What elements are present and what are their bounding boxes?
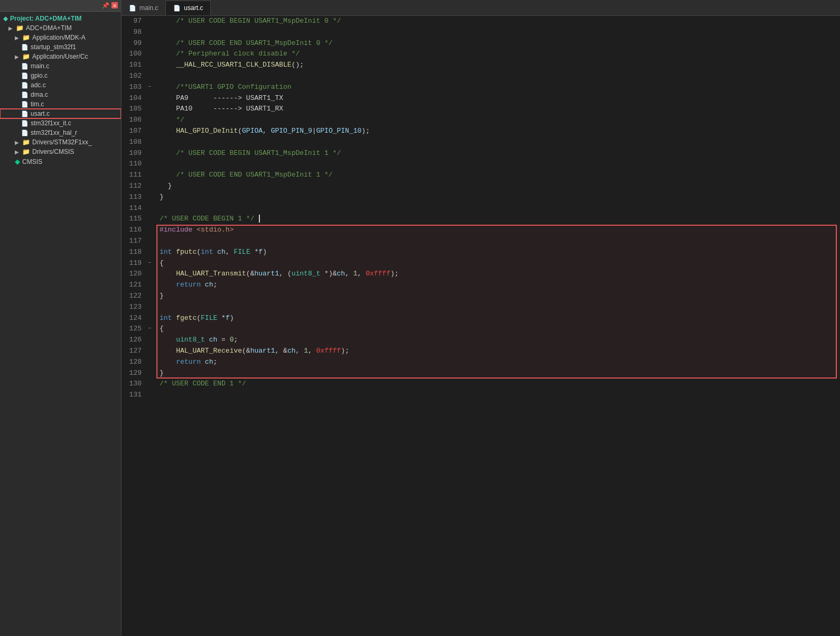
line-number: 99 — [122, 38, 148, 49]
expand-icon: ▶ — [15, 140, 19, 145]
code-line: 123 — [122, 302, 840, 313]
tree-item-drivers-stm32[interactable]: ▶📁Drivers/STM32F1xx_ — [0, 137, 121, 147]
line-number: 103 — [122, 82, 148, 93]
line-gutter — [148, 225, 156, 236]
code-line: 104 PA9 ------> USART1_TX — [122, 93, 840, 104]
line-number: 117 — [122, 236, 148, 247]
close-sidebar-button[interactable]: ✕ — [111, 2, 118, 8]
pin-icon[interactable]: 📌 — [102, 2, 109, 9]
file-icon: 📄 — [21, 44, 29, 51]
code-line: 112 } — [122, 181, 840, 192]
line-gutter — [148, 269, 156, 280]
line-number: 112 — [122, 181, 148, 192]
tab-usart-c[interactable]: 📄usart.c — [166, 1, 211, 15]
tree-item-drivers-cmsis[interactable]: ▶📁Drivers/CMSIS — [0, 147, 121, 156]
folder-icon: 📁 — [22, 34, 30, 41]
folder-icon: 📁 — [22, 139, 30, 146]
code-line: 130/* USER CODE END 1 */ — [122, 379, 840, 390]
code-line: 117 — [122, 236, 840, 247]
tree-item-adc-c[interactable]: 📄adc.c — [0, 80, 121, 90]
line-gutter — [148, 38, 156, 49]
line-number: 120 — [122, 269, 148, 280]
tree-item-project[interactable]: ◆Project: ADC+DMA+TIM — [0, 14, 121, 23]
tree-item-tim-c[interactable]: 📄tim.c — [0, 99, 121, 109]
file-icon: 📄 — [21, 72, 29, 79]
tree-item-stm32f1xx-it[interactable]: 📄stm32f1xx_it.c — [0, 118, 121, 128]
line-gutter — [148, 148, 156, 159]
line-gutter — [148, 236, 156, 247]
sidebar-header-controls: 📌 ✕ — [102, 2, 118, 9]
code-line: 118int fputc(int ch, FILE *f) — [122, 247, 840, 258]
file-icon: 📄 — [129, 5, 136, 12]
code-line: 106 */ — [122, 115, 840, 126]
line-content: /* USER CODE END USART1_MspDeInit 1 */ — [156, 170, 840, 181]
line-number: 104 — [122, 93, 148, 104]
tab-main-c[interactable]: 📄main.c — [122, 1, 166, 15]
code-line: 109 /* USER CODE BEGIN USART1_MspDeInit … — [122, 148, 840, 159]
code-line: 111 /* USER CODE END USART1_MspDeInit 1 … — [122, 170, 840, 181]
tree-item-app-mdk[interactable]: ▶📁Application/MDK-A — [0, 33, 121, 42]
line-number: 111 — [122, 170, 148, 181]
line-number: 98 — [122, 27, 148, 38]
code-line: 126 uint8_t ch = 0; — [122, 335, 840, 346]
code-line: 114 — [122, 203, 840, 214]
tree-item-cmsis[interactable]: ◆CMSIS — [0, 156, 121, 167]
tree-item-startup[interactable]: 📄startup_stm32f1 — [0, 42, 121, 52]
line-content — [156, 236, 840, 247]
file-icon: 📄 — [21, 120, 29, 127]
line-number: 127 — [122, 346, 148, 357]
tree-label: stm32f1xx_it.c — [31, 119, 71, 127]
line-content: __HAL_RCC_USART1_CLK_DISABLE(); — [156, 60, 840, 71]
expand-icon: ▶ — [15, 35, 19, 41]
line-content: } — [156, 291, 840, 302]
editor-area: 📄main.c📄usart.c 97 /* USER CODE BEGIN US… — [122, 0, 840, 636]
tree-item-root[interactable]: ▶📁ADC+DMA+TIM — [0, 23, 121, 33]
line-number: 125 — [122, 324, 148, 335]
line-number: 107 — [122, 126, 148, 137]
folder-icon: 📁 — [22, 53, 30, 60]
tree-item-usart-c[interactable]: 📄usart.c — [0, 109, 121, 118]
code-line: 102 — [122, 71, 840, 82]
code-line: 119−{ — [122, 258, 840, 269]
line-number: 119 — [122, 258, 148, 269]
line-gutter — [148, 159, 156, 170]
line-content: /* Peripheral clock disable */ — [156, 49, 840, 60]
line-content — [156, 203, 840, 214]
code-line: 107 HAL_GPIO_DeInit(GPIOA, GPIO_PIN_9|GP… — [122, 126, 840, 137]
tree-item-stm32f1xx-hal[interactable]: 📄stm32f1xx_hal_r — [0, 128, 121, 137]
line-number: 122 — [122, 291, 148, 302]
line-content: { — [156, 258, 840, 269]
line-content — [156, 390, 840, 401]
line-number: 106 — [122, 115, 148, 126]
line-content: int fgetc(FILE *f) — [156, 313, 840, 324]
tree-label: Project: ADC+DMA+TIM — [10, 15, 82, 22]
line-gutter — [148, 181, 156, 192]
tree-label: tim.c — [31, 100, 44, 108]
sidebar-header: 📌 ✕ — [0, 0, 121, 12]
file-icon: 📄 — [21, 130, 29, 136]
line-number: 105 — [122, 104, 148, 115]
expand-icon: ▶ — [15, 149, 19, 155]
code-line: 98 — [122, 27, 840, 38]
line-gutter: − — [148, 82, 156, 93]
gem-icon: ◆ — [15, 158, 20, 165]
line-content: } — [156, 181, 840, 192]
line-number: 102 — [122, 71, 148, 82]
line-content: int fputc(int ch, FILE *f) — [156, 247, 840, 258]
line-content: /**USART1 GPIO Configuration — [156, 82, 840, 93]
tree-item-app-user[interactable]: ▶📁Application/User/Cc — [0, 52, 121, 61]
code-editor[interactable]: 97 /* USER CODE BEGIN USART1_MspDeInit 0… — [122, 16, 840, 636]
line-number: 113 — [122, 192, 148, 203]
tree-item-gpio-c[interactable]: 📄gpio.c — [0, 71, 121, 80]
line-gutter — [148, 137, 156, 148]
tree-item-dma-c[interactable]: 📄dma.c — [0, 90, 121, 99]
tree-item-main-c[interactable]: 📄main.c — [0, 61, 121, 71]
line-number: 97 — [122, 16, 148, 27]
line-gutter — [148, 203, 156, 214]
code-line: 128 return ch; — [122, 357, 840, 368]
line-content: HAL_UART_Transmit(&huart1, (uint8_t *)&c… — [156, 269, 840, 280]
code-line: 116#include <stdio.h> — [122, 225, 840, 236]
expand-icon: ▶ — [15, 54, 19, 60]
line-gutter — [148, 115, 156, 126]
line-gutter — [148, 390, 156, 401]
